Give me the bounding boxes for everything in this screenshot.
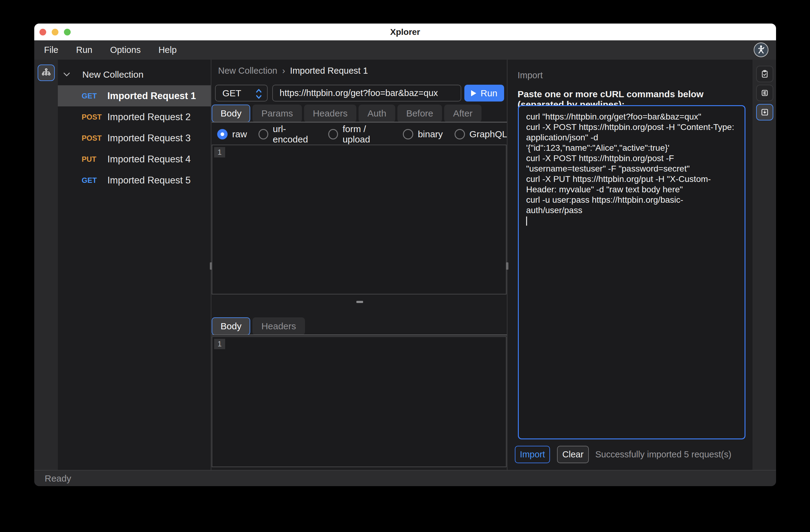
method-select[interactable]: GET — [215, 85, 268, 101]
url-value: https://httpbin.org/get?foo=bar&baz=qux — [279, 88, 438, 98]
tab-after[interactable]: After — [444, 104, 481, 122]
minimize-button[interactable] — [52, 29, 59, 35]
curl-commands-text: curl "https://httpbin.org/get?foo=bar&ba… — [526, 112, 737, 216]
text-cursor — [526, 216, 527, 226]
menu-bar: File Run Options Help — [34, 40, 776, 60]
radio-url-encoded[interactable]: url-encoded — [258, 124, 317, 145]
radio-icon — [403, 129, 413, 139]
radio-label: binary — [418, 129, 443, 139]
request-body-editor[interactable]: 1 — [212, 145, 506, 295]
radio-icon — [328, 129, 338, 139]
tab-headers[interactable]: Headers — [304, 104, 356, 122]
breadcrumb-collection[interactable]: New Collection — [218, 66, 277, 76]
radio-label: raw — [232, 129, 247, 139]
radio-binary[interactable]: binary — [403, 129, 443, 139]
clear-button[interactable]: Clear — [557, 446, 589, 463]
app-window: Xplorer File Run Options Help — [34, 23, 776, 486]
request-title: Imported Request 2 — [107, 106, 191, 128]
response-tabs-divider — [212, 334, 507, 335]
breadcrumb-request: Imported Request 1 — [290, 66, 368, 76]
radio-raw[interactable]: raw — [217, 129, 247, 139]
user-avatar[interactable] — [754, 43, 768, 57]
sidebar-splitter[interactable] — [211, 60, 211, 470]
request-tabs: Body Params Headers Auth Before After — [212, 104, 482, 122]
radio-icon — [455, 129, 465, 139]
request-title: Imported Request 4 — [107, 149, 191, 170]
tabs-divider — [212, 122, 507, 122]
up-down-chevrons-icon — [255, 88, 263, 100]
collection-header[interactable]: New Collection — [58, 68, 211, 81]
org-chart-icon — [41, 68, 51, 78]
response-tab-headers[interactable]: Headers — [253, 317, 305, 335]
method-badge: GET — [82, 170, 105, 191]
window-title: Xplorer — [390, 27, 420, 37]
run-button[interactable]: Run — [464, 85, 504, 101]
status-text: Ready — [45, 473, 71, 484]
request-title: Imported Request 1 — [107, 85, 196, 106]
menu-file[interactable]: File — [44, 45, 59, 55]
request-panel: New Collection›Imported Request 1 GET ht… — [212, 60, 507, 470]
import-curl-tool-button[interactable] — [756, 66, 773, 82]
request-title: Imported Request 5 — [107, 170, 191, 191]
horizontal-splitter-handle[interactable] — [356, 301, 363, 303]
collection-name: New Collection — [82, 69, 144, 80]
menu-run[interactable]: Run — [76, 45, 92, 55]
main-content: New Collection GET Imported Request 1 PO… — [34, 60, 776, 470]
method-select-value: GET — [222, 88, 241, 98]
line-number: 1 — [214, 147, 225, 157]
method-badge: PUT — [82, 149, 105, 170]
clipboard-check-icon — [760, 69, 770, 79]
radio-icon — [258, 129, 268, 139]
import-actions: Import Clear Successfully imported 5 req… — [508, 446, 752, 463]
body-mode-radios: raw url-encoded form / upload binary Gra… — [217, 128, 507, 141]
play-icon — [471, 90, 476, 96]
response-body-viewer[interactable]: 1 — [212, 336, 506, 467]
menu-options[interactable]: Options — [110, 45, 141, 55]
radio-label: url-encoded — [273, 124, 317, 145]
run-label: Run — [481, 88, 497, 98]
tree-item-request-1[interactable]: GET Imported Request 1 — [58, 85, 211, 106]
line-number: 1 — [214, 339, 225, 349]
tree-item-request-2[interactable]: POST Imported Request 2 — [58, 106, 211, 128]
import-download-button[interactable] — [756, 104, 773, 120]
tree-item-request-3[interactable]: POST Imported Request 3 — [58, 128, 211, 149]
breadcrumb-separator-icon: › — [282, 66, 285, 76]
import-button[interactable]: Import — [515, 446, 550, 463]
traffic-lights — [39, 29, 71, 35]
radio-selected-icon — [217, 129, 228, 139]
import-panel: Import Paste one or more cURL commands b… — [508, 60, 752, 470]
response-tabs: Body Headers — [212, 317, 305, 335]
close-button[interactable] — [39, 29, 46, 35]
url-input[interactable]: https://httpbin.org/get?foo=bar&baz=qux — [272, 85, 461, 101]
maximize-button[interactable] — [64, 29, 71, 35]
import-panel-splitter[interactable] — [507, 60, 507, 470]
letter-e-icon — [760, 88, 770, 98]
window-titlebar: Xplorer — [34, 23, 776, 40]
tab-before[interactable]: Before — [398, 104, 442, 122]
tree-item-request-5[interactable]: GET Imported Request 5 — [58, 170, 211, 191]
tree-item-request-4[interactable]: PUT Imported Request 4 — [58, 149, 211, 170]
method-badge: GET — [82, 85, 105, 106]
radio-label: form / upload — [343, 124, 391, 145]
radio-graphql[interactable]: GraphQL — [455, 129, 507, 139]
menu-help[interactable]: Help — [159, 45, 177, 55]
import-panel-title: Import — [518, 70, 542, 80]
tab-auth[interactable]: Auth — [358, 104, 395, 122]
response-tab-body[interactable]: Body — [212, 317, 250, 335]
method-badge: POST — [82, 106, 105, 128]
method-badge: POST — [82, 128, 105, 149]
collections-tree-button[interactable] — [38, 65, 55, 81]
request-title: Imported Request 3 — [107, 128, 191, 149]
env-editor-button[interactable] — [756, 85, 773, 101]
tab-params[interactable]: Params — [253, 104, 302, 122]
karate-figure-icon — [756, 45, 766, 55]
request-bar: GET https://httpbin.org/get?foo=bar&baz=… — [212, 85, 507, 101]
right-rail — [752, 60, 776, 470]
breadcrumb: New Collection›Imported Request 1 — [218, 65, 368, 77]
chevron-down-icon[interactable] — [62, 71, 71, 78]
radio-form-upload[interactable]: form / upload — [328, 124, 391, 145]
download-icon — [760, 107, 770, 117]
tab-body[interactable]: Body — [212, 104, 250, 122]
radio-label: GraphQL — [470, 129, 507, 139]
curl-textarea[interactable]: curl "https://httpbin.org/get?foo=bar&ba… — [518, 105, 745, 439]
